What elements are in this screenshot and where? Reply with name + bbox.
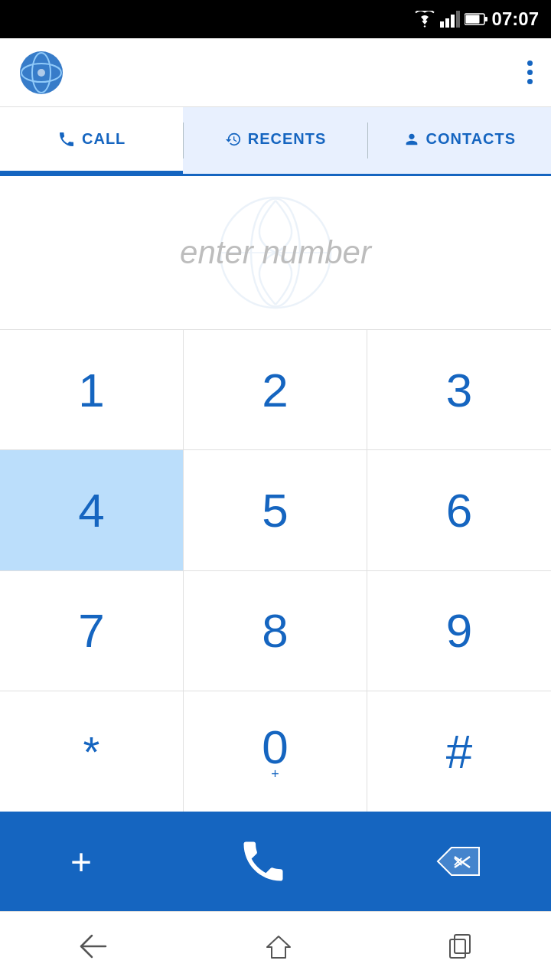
more-options-button[interactable] <box>527 60 533 84</box>
tabs: CALL RECENTS CONTACTS <box>0 107 551 176</box>
tab-recents-label: RECENTS <box>248 130 327 148</box>
key-5-label: 5 <box>262 483 288 537</box>
svg-rect-5 <box>465 15 479 24</box>
key-star[interactable]: * <box>0 691 184 812</box>
svg-rect-0 <box>440 21 444 28</box>
nav-bar <box>0 911 551 980</box>
wifi-icon <box>414 11 435 28</box>
key-9-label: 9 <box>446 603 472 658</box>
key-6-label: 6 <box>446 483 472 537</box>
svg-rect-6 <box>484 17 487 21</box>
key-2-label: 2 <box>262 363 288 417</box>
key-hash-label: # <box>446 724 472 779</box>
key-7-label: 7 <box>78 603 104 658</box>
add-button[interactable]: + <box>70 841 92 883</box>
menu-dot-3 <box>527 79 533 84</box>
status-icons: 07:07 <box>414 8 539 30</box>
add-icon: + <box>70 841 92 883</box>
svg-rect-17 <box>450 939 465 958</box>
back-button[interactable] <box>77 933 112 960</box>
back-icon <box>77 933 112 960</box>
svg-rect-3 <box>456 11 460 28</box>
tab-contacts[interactable]: CONTACTS <box>368 107 551 174</box>
key-hash[interactable]: # <box>367 691 551 812</box>
key-star-label: * <box>83 727 100 776</box>
key-6[interactable]: 6 <box>367 450 551 570</box>
dialpad-container: enter number 1 2 3 4 5 6 7 8 9 <box>0 176 551 812</box>
key-4[interactable]: 4 <box>0 450 184 570</box>
keypad: 1 2 3 4 5 6 7 8 9 * 0 <box>0 329 551 812</box>
key-0-sub: + <box>271 766 279 782</box>
key-5[interactable]: 5 <box>184 450 367 570</box>
key-7[interactable]: 7 <box>0 571 184 691</box>
backspace-icon: ✕ <box>435 844 481 878</box>
backspace-button[interactable]: ✕ <box>435 844 481 878</box>
svg-point-10 <box>37 69 45 77</box>
key-3-label: 3 <box>446 363 472 417</box>
tab-call[interactable]: CALL <box>0 107 183 174</box>
key-9[interactable]: 9 <box>367 571 551 691</box>
recent-apps-icon <box>445 932 474 961</box>
status-bar: 07:07 <box>0 0 551 38</box>
call-button-icon <box>237 835 289 887</box>
action-bar: + ✕ <box>0 812 551 911</box>
svg-rect-2 <box>451 15 455 28</box>
tab-recents[interactable]: RECENTS <box>184 107 367 174</box>
recent-apps-button[interactable] <box>445 932 474 961</box>
app-bar <box>0 38 551 107</box>
home-button[interactable] <box>264 932 293 961</box>
tab-contacts-label: CONTACTS <box>426 130 517 148</box>
contacts-tab-icon <box>403 131 420 148</box>
svg-rect-18 <box>455 935 470 953</box>
key-8-label: 8 <box>262 603 288 658</box>
key-0[interactable]: 0 + <box>184 691 367 812</box>
status-time: 07:07 <box>492 8 539 30</box>
menu-dot-1 <box>527 60 533 66</box>
key-2[interactable]: 2 <box>184 330 367 450</box>
number-display[interactable]: enter number <box>0 176 551 329</box>
battery-icon <box>465 12 487 26</box>
call-button[interactable] <box>233 831 294 892</box>
number-input-placeholder: enter number <box>180 234 371 271</box>
app-logo <box>18 50 64 96</box>
key-8[interactable]: 8 <box>184 571 367 691</box>
home-icon <box>264 932 293 961</box>
svg-rect-1 <box>445 18 449 28</box>
tab-call-label: CALL <box>82 130 126 148</box>
recents-tab-icon <box>225 131 242 148</box>
key-1-label: 1 <box>78 363 104 417</box>
key-3[interactable]: 3 <box>367 330 551 450</box>
signal-icon <box>440 11 460 28</box>
menu-dot-2 <box>527 70 533 75</box>
key-1[interactable]: 1 <box>0 330 184 450</box>
phone-tab-icon <box>57 130 76 149</box>
key-4-label: 4 <box>78 483 104 537</box>
